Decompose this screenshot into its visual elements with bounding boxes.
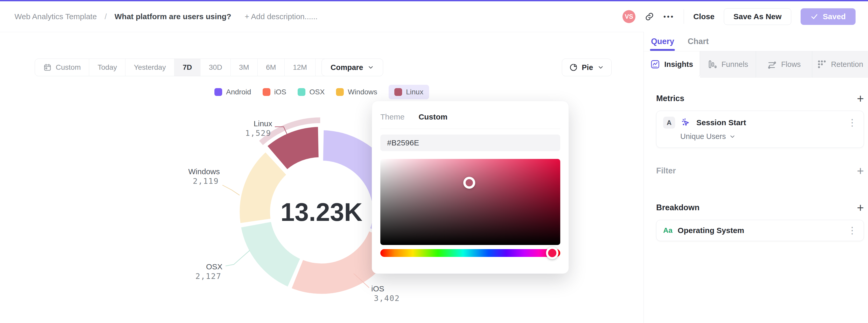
add-filter-button[interactable]: +	[857, 165, 864, 177]
breakdown-label: Operating System	[678, 226, 744, 235]
more-options-icon[interactable]: •••	[663, 13, 674, 21]
view-tab-label: Funnels	[721, 60, 748, 69]
slice-label-linux: Linux	[253, 119, 272, 128]
slice-value-windows: 2,119	[193, 176, 219, 186]
tab-funnels[interactable]: Funnels	[700, 51, 756, 77]
metric-kebab-menu[interactable]: ⋮	[847, 118, 857, 127]
tab-custom[interactable]: Custom	[418, 112, 447, 121]
funnels-icon	[708, 59, 717, 69]
slice-label-ios: iOS	[371, 284, 384, 293]
breakdown-kebab-menu[interactable]: ⋮	[847, 226, 857, 235]
save-as-new-label: Save As New	[734, 12, 782, 21]
string-property-icon: Aa	[663, 226, 673, 235]
save-as-new-button[interactable]: Save As New	[724, 8, 791, 25]
saved-label: Saved	[823, 12, 846, 21]
breakdown-heading: Breakdown	[656, 203, 700, 212]
hex-color-input[interactable]	[380, 134, 560, 151]
breakdown-section-header: Breakdown +	[656, 202, 864, 214]
saturation-picker-handle[interactable]	[463, 177, 475, 189]
slice-value-linux: 1,529	[245, 129, 271, 138]
close-button[interactable]: Close	[693, 12, 715, 21]
tab-theme[interactable]: Theme	[380, 112, 404, 121]
insights-icon	[650, 59, 660, 69]
donut-slice-osx[interactable]	[240, 221, 301, 287]
tab-insights[interactable]: Insights	[644, 51, 700, 77]
sidebar-content: Metrics + A Session Start ⋮ Unique Users	[644, 93, 868, 241]
add-breakdown-button[interactable]: +	[857, 202, 864, 214]
link-icon[interactable]	[645, 12, 654, 21]
tab-flows[interactable]: Flows	[756, 51, 812, 77]
metrics-heading: Metrics	[656, 94, 684, 103]
tab-query[interactable]: Query	[651, 37, 674, 46]
saturation-brightness-area[interactable]	[380, 159, 560, 245]
hex-input-wrap	[380, 134, 560, 151]
analysis-view-tabs: Insights Funnels Flows Retention	[644, 51, 868, 77]
app-root: Web Analytics Template / What platform a…	[0, 0, 868, 323]
slice-label-windows: Windows	[188, 167, 220, 176]
metric-card[interactable]: A Session Start ⋮ Unique Users	[656, 111, 864, 148]
active-tab-underline	[650, 49, 675, 51]
donut-center-total: 13.23K	[281, 198, 363, 226]
header-actions: VS ••• Close Save As New Saved	[622, 8, 856, 25]
hue-slider-handle[interactable]	[546, 247, 558, 259]
tab-chart[interactable]: Chart	[688, 37, 709, 46]
label-connector-osx	[225, 250, 250, 266]
filter-section-header: Filter +	[656, 165, 864, 177]
check-icon	[810, 13, 818, 21]
slice-value-osx: 2,127	[195, 272, 221, 281]
breakdown-card[interactable]: Aa Operating System ⋮	[656, 220, 864, 241]
metric-badge: A	[663, 117, 675, 129]
flows-icon	[767, 59, 777, 69]
retention-icon	[817, 59, 827, 69]
metrics-section-header: Metrics +	[656, 93, 864, 104]
hue-slider[interactable]	[380, 249, 560, 257]
session-start-icon	[680, 117, 691, 128]
query-sidebar: Query Chart Insights Funnels	[644, 32, 868, 323]
metric-label: Session Start	[696, 118, 746, 127]
view-tab-label: Retention	[831, 60, 863, 69]
saved-button[interactable]: Saved	[801, 8, 856, 25]
tab-retention[interactable]: Retention	[812, 51, 868, 77]
color-picker-popup: Theme Custom	[372, 101, 569, 274]
color-picker-tabs-divider	[380, 129, 560, 129]
aggregation-dropdown[interactable]: Unique Users	[680, 132, 857, 141]
filter-heading: Filter	[656, 166, 676, 175]
sidebar-tabs: Query Chart	[644, 32, 868, 51]
header-divider	[684, 9, 684, 24]
chevron-down-icon	[729, 133, 736, 140]
view-tab-label: Insights	[664, 60, 693, 69]
color-picker-tabs: Theme Custom	[380, 112, 560, 121]
slice-label-osx: OSX	[206, 262, 222, 271]
view-tab-label: Flows	[781, 60, 801, 69]
label-connector-windows	[222, 185, 240, 195]
add-metric-button[interactable]: +	[857, 93, 864, 104]
aggregation-label: Unique Users	[680, 132, 726, 141]
slice-value-ios: 3,402	[374, 294, 400, 303]
